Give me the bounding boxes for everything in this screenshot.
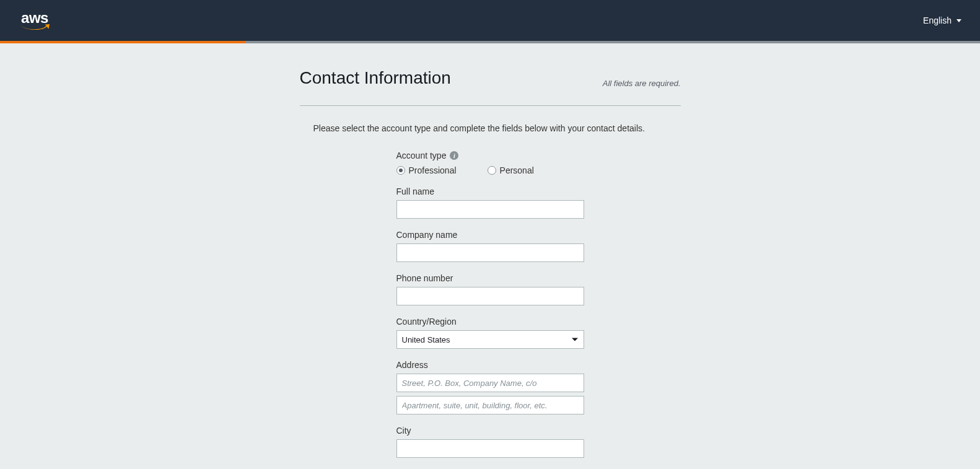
progress-fill — [0, 41, 245, 43]
progress-bar — [0, 41, 980, 43]
language-selector[interactable]: English — [923, 15, 961, 25]
instruction-text: Please select the account type and compl… — [300, 123, 681, 133]
chevron-down-icon — [956, 19, 961, 22]
main-content: Contact Information All fields are requi… — [300, 43, 681, 469]
company-name-input[interactable] — [396, 243, 584, 262]
address-line2-input[interactable] — [396, 396, 584, 414]
company-name-group: Company name — [396, 230, 584, 262]
account-type-label: Account type i — [396, 151, 584, 160]
city-group: City — [396, 426, 584, 458]
full-name-input[interactable] — [396, 200, 584, 219]
account-type-group: Account type i Professional Personal — [396, 151, 584, 175]
form: Account type i Professional Personal Ful… — [300, 151, 681, 458]
radio-circle-icon — [488, 166, 496, 175]
header: aws English — [0, 0, 980, 41]
radio-professional-label: Professional — [409, 165, 457, 175]
radio-personal-label: Personal — [500, 165, 534, 175]
address-label: Address — [396, 360, 584, 370]
radio-personal[interactable]: Personal — [488, 165, 534, 175]
country-region-select[interactable]: United States — [396, 330, 584, 349]
required-note: All fields are required. — [603, 79, 681, 88]
title-row: Contact Information All fields are requi… — [300, 68, 681, 106]
address-line1-input[interactable] — [396, 374, 584, 392]
aws-smile-icon — [19, 24, 51, 32]
city-label: City — [396, 426, 584, 436]
country-region-select-wrapper: United States — [396, 330, 584, 349]
full-name-group: Full name — [396, 186, 584, 219]
page-title: Contact Information — [300, 68, 451, 88]
city-input[interactable] — [396, 439, 584, 458]
phone-number-group: Phone number — [396, 273, 584, 305]
radio-professional[interactable]: Professional — [396, 165, 457, 175]
company-name-label: Company name — [396, 230, 584, 240]
country-region-group: Country/Region United States — [396, 317, 584, 349]
country-region-label: Country/Region — [396, 317, 584, 327]
info-icon[interactable]: i — [450, 151, 458, 160]
full-name-label: Full name — [396, 186, 584, 196]
phone-number-input[interactable] — [396, 287, 584, 305]
radio-circle-icon — [396, 166, 405, 175]
aws-logo[interactable]: aws — [19, 9, 51, 32]
language-label: English — [923, 15, 952, 25]
phone-number-label: Phone number — [396, 273, 584, 283]
address-group: Address — [396, 360, 584, 414]
account-type-radios: Professional Personal — [396, 165, 584, 175]
